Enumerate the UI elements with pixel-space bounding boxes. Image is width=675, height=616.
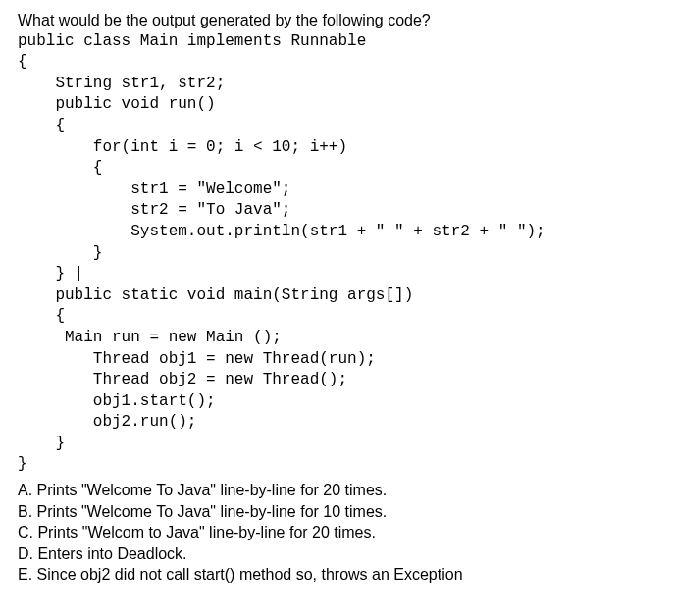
option-d: D. Enters into Deadlock. xyxy=(18,543,657,565)
question-text: What would be the output generated by th… xyxy=(18,10,657,31)
option-b: B. Prints "Welcome To Java" line-by-line… xyxy=(18,501,657,523)
code-block: public class Main implements Runnable { … xyxy=(18,31,657,476)
option-c: C. Prints "Welcom to Java" line-by-line … xyxy=(18,522,657,543)
option-a: A. Prints "Welcome To Java" line-by-line… xyxy=(18,480,657,501)
answer-options: A. Prints "Welcome To Java" line-by-line… xyxy=(18,480,657,586)
option-e: E. Since obj2 did not call start() metho… xyxy=(18,564,657,586)
